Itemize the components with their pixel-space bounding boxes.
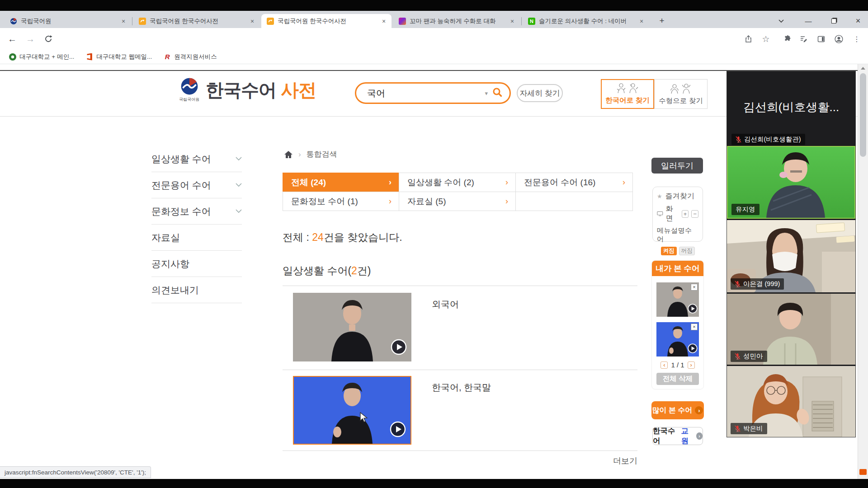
result-label-1[interactable]: 외국어	[432, 298, 459, 310]
browser-tab-2[interactable]: 국립국어원 한국수어사전 ×	[133, 14, 260, 28]
status-bar: javascript:fnSearchContentsView('20809',…	[0, 466, 151, 478]
browser-tab-3-active[interactable]: 국립국어원 한국수어사전 ×	[261, 14, 392, 28]
search-input[interactable]	[366, 88, 480, 99]
chevron-down-icon	[236, 209, 242, 213]
window-chevron-icon[interactable]	[771, 14, 791, 28]
maximize-icon[interactable]	[824, 14, 844, 28]
profile-icon[interactable]	[833, 33, 844, 45]
result-tab-terminology[interactable]: 전문용어 수어 (16) ›	[515, 173, 633, 192]
scrollbar-thumb[interactable]	[860, 73, 866, 157]
forward-icon[interactable]: →	[24, 32, 37, 46]
search-dropdown-caret-icon[interactable]: ▾	[485, 90, 488, 97]
page-scrollbar[interactable]	[858, 64, 868, 479]
notes-extension-icon[interactable]	[797, 33, 809, 45]
tab-title: 국립국어원	[21, 17, 116, 25]
remove-thumbnail-icon[interactable]: ×	[691, 284, 698, 291]
result-video-thumbnail-2[interactable]	[293, 376, 411, 445]
side-panel-icon[interactable]	[815, 33, 827, 45]
scroll-up-icon[interactable]	[861, 67, 865, 70]
site-logo[interactable]: 국립국어원 한국수어 사전	[179, 77, 316, 103]
toggle-off-button[interactable]: 꺼짐	[679, 247, 695, 255]
tab-close-icon[interactable]: ×	[119, 17, 127, 25]
site-title-main: 한국수어	[206, 80, 276, 100]
list-divider	[283, 450, 637, 451]
more-button[interactable]: 더보기	[601, 455, 637, 466]
search-icon[interactable]	[492, 87, 502, 99]
tab-separator	[132, 17, 132, 25]
recent-sign-thumbnail-2[interactable]: ×	[656, 322, 699, 357]
section-prefix: 일상생활 수어(	[283, 265, 351, 277]
remove-thumbnail-icon[interactable]: ×	[691, 324, 698, 330]
tab-close-icon[interactable]: ×	[248, 17, 256, 25]
find-by-handshape-label: 수형으로 찾기	[659, 96, 703, 106]
page-next-icon[interactable]: ›	[688, 361, 695, 369]
extensions-icon[interactable]	[782, 33, 793, 45]
play-icon[interactable]	[391, 339, 407, 357]
naver-favicon: N	[528, 18, 535, 25]
sidebar-item-terminology-sign[interactable]: 전문용어 수어	[151, 172, 242, 198]
sidebar-item-feedback[interactable]: 의견보내기	[151, 277, 242, 303]
teacher-label-accent: 교원	[681, 426, 694, 446]
delete-all-button[interactable]: 전체 삭제	[656, 373, 699, 385]
minimize-icon[interactable]: —	[798, 14, 818, 28]
bookmark-remote-support[interactable]: R 원격지원서비스	[164, 53, 217, 61]
recent-sign-thumbnail-1[interactable]: ×	[656, 282, 699, 317]
daegu-univ-icon	[9, 53, 16, 61]
sidebar-item-notice[interactable]: 공지사항	[151, 251, 242, 277]
favorites-row[interactable]: ★ 즐겨찾기	[657, 192, 698, 201]
new-tab-button[interactable]: +	[656, 14, 668, 27]
play-icon[interactable]	[390, 421, 406, 439]
popular-signs-button[interactable]: 많이 본 수어 ›	[651, 401, 704, 419]
result-tab-archive[interactable]: 자료실 (5) ›	[399, 192, 516, 211]
zoom-out-button[interactable]: −	[691, 210, 698, 218]
bookmark-daegu-main[interactable]: 대구대학교 + 메인...	[9, 53, 74, 61]
nikl-emblem-icon: 국립국어원	[179, 77, 199, 103]
find-by-handshape-button[interactable]: 수형으로 찾기	[654, 79, 708, 109]
reload-icon[interactable]	[42, 32, 55, 46]
result-tab-culture[interactable]: 문화정보 수어 (1) ›	[283, 192, 399, 211]
share-icon[interactable]	[742, 33, 754, 45]
browser-tab-1[interactable]: 국립국어원 ×	[5, 14, 131, 28]
result-video-thumbnail-1[interactable]	[293, 293, 411, 361]
sidebar-item-daily-sign[interactable]: 일상생활 수어	[151, 146, 242, 172]
back-icon[interactable]: ←	[5, 32, 19, 46]
tab-title: 국립국어원 한국수어사전	[278, 17, 376, 25]
tab-close-icon[interactable]: ×	[637, 17, 646, 25]
screen-zoom-row: 화면 + −	[657, 204, 698, 223]
toggle-on-button[interactable]: 켜짐	[661, 247, 677, 255]
detail-search-button[interactable]: 자세히 찾기	[517, 84, 563, 102]
browser-tab-4[interactable]: 꼬마 팬과 능숙하게 수화로 대화 ×	[393, 14, 520, 28]
sign-teacher-button[interactable]: 한국수어교원 ›	[652, 427, 703, 445]
browser-tab-5[interactable]: N 슬기로운 의사생활 수어 : 네이버 ×	[523, 14, 649, 28]
search-box[interactable]: ▾	[355, 82, 511, 104]
result-tab-all[interactable]: 전체 (24) ›	[283, 173, 399, 192]
bookmark-star-icon[interactable]: ☆	[760, 33, 772, 45]
zoom-in-button[interactable]: +	[682, 210, 689, 218]
result-tab-empty	[515, 192, 633, 211]
guide-button[interactable]: 일러두기	[651, 158, 703, 174]
participant-video-ieungyeol[interactable]: 이은결 (999)	[727, 220, 855, 292]
close-window-icon[interactable]: ×	[848, 14, 868, 28]
participant-video-seongmina[interactable]: 성민아	[727, 294, 855, 365]
menu-sign-label: 메뉴설명수어	[657, 226, 698, 244]
tab-close-icon[interactable]: ×	[508, 17, 516, 25]
page-prev-icon[interactable]: ‹	[660, 361, 668, 369]
sidebar-item-archive[interactable]: 자료실	[151, 225, 242, 251]
kebab-menu-icon[interactable]: ⋮	[851, 33, 863, 45]
tab-close-icon[interactable]: ×	[380, 17, 388, 25]
result-label-2[interactable]: 한국어, 한국말	[432, 381, 491, 394]
top-letterbox	[0, 0, 868, 11]
home-icon[interactable]	[284, 150, 293, 159]
participant-name-tag: 김선희(비호생활관)	[731, 134, 805, 145]
popular-signs-label: 많이 본 수어	[652, 406, 693, 415]
result-tab-daily[interactable]: 일상생활 수어 (2) ›	[399, 173, 516, 192]
participant-video-yujiyeong[interactable]: 유지영	[727, 146, 855, 219]
list-divider	[283, 370, 637, 370]
play-icon[interactable]	[688, 343, 698, 355]
play-icon[interactable]	[688, 304, 698, 315]
bookmark-daegu-webmail[interactable]: 대구대학교 웹메일...	[86, 53, 152, 61]
participant-video-pakeunbi[interactable]: 박은비	[727, 366, 855, 437]
sidebar-item-label: 자료실	[151, 231, 180, 244]
find-by-korean-button[interactable]: 한국어로 찾기	[601, 79, 654, 109]
sidebar-item-culture-sign[interactable]: 문화정보 수어	[151, 198, 242, 225]
